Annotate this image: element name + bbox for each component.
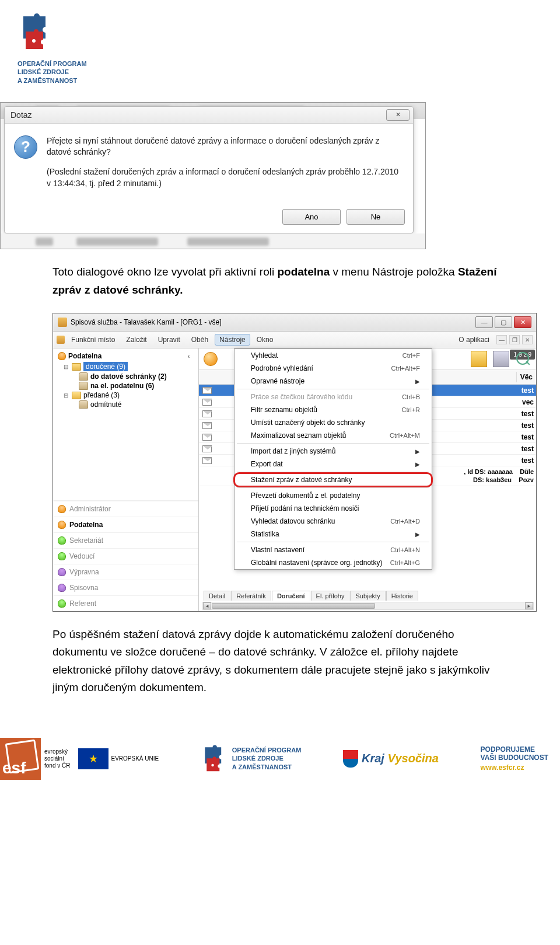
role-administrator[interactable]: Administrátor <box>53 501 198 517</box>
eu-flag-icon: ★ <box>78 748 108 769</box>
podporujeme-block: PODPORUJEME VAŠI BUDOUCNOST www.esfcr.cz <box>481 745 548 772</box>
role-vypravna[interactable]: Výpravna <box>53 564 198 580</box>
tree-root[interactable]: Podatelna ‹ <box>55 351 196 361</box>
kraj-shield-icon <box>343 750 358 768</box>
sidebar: Podatelna ‹ ⊟ doručené (9) do datové sch… <box>53 348 199 611</box>
tree-node-predane[interactable]: ⊟ předané (3) <box>55 390 196 400</box>
menu-obeh[interactable]: Oběh <box>187 334 213 346</box>
envelope-icon <box>202 434 212 441</box>
hand-icon <box>79 372 88 381</box>
scroll-left-button[interactable]: ◄ <box>203 602 211 609</box>
app-icon <box>58 318 67 327</box>
folder-tree: Podatelna ‹ ⊟ doručené (9) do datové sch… <box>53 348 198 500</box>
menu-nastroje[interactable]: Nástroje <box>215 334 250 346</box>
menu-funkcni-misto[interactable]: Funkční místo <box>66 334 120 346</box>
dropdown-item[interactable]: Stažení zpráv z datové schránky <box>235 473 432 486</box>
envelope-icon <box>202 457 212 464</box>
tab-subjekty[interactable]: Subjekty <box>350 591 385 601</box>
role-podatelna[interactable]: Podatelna <box>53 517 198 532</box>
dropdown-item[interactable]: Export dat▶ <box>235 458 432 470</box>
minimize-button[interactable]: — <box>475 316 493 328</box>
svg-point-1 <box>211 763 214 766</box>
svg-point-0 <box>32 39 36 43</box>
dropdown-item[interactable]: VyhledatCtrl+F <box>235 349 432 362</box>
role-referent[interactable]: Referent <box>53 595 198 611</box>
dropdown-item[interactable]: Podrobné vyhledáníCtrl+Alt+F <box>235 362 432 375</box>
mdi-minimize[interactable]: — <box>496 335 507 344</box>
dropdown-item[interactable]: Vyhledat datovou schránkuCtrl+Alt+D <box>235 515 432 528</box>
user-icon <box>58 352 66 360</box>
menu-okno[interactable]: Okno <box>252 334 278 346</box>
envelope-icon <box>202 399 212 406</box>
tab-detail[interactable]: Detail <box>204 591 230 601</box>
dropdown-item[interactable]: Převzetí dokumentů z el. podatelny <box>235 489 432 502</box>
detail-tabs: Detail Referátník Doručení El. přílohy S… <box>204 591 418 601</box>
question-icon: ? <box>14 135 37 159</box>
tree-node-do-ds[interactable]: do datové schránky (2) <box>55 372 196 381</box>
close-icon: ✕ <box>396 111 401 118</box>
app-screenshot: Spisová služba - Talavašek Kamil - [ORG1… <box>52 313 537 612</box>
tab-el-prilohy[interactable]: El. přílohy <box>311 591 350 601</box>
close-button[interactable]: ✕ <box>514 316 531 328</box>
app-title: Spisová služba - Talavašek Kamil - [ORG1… <box>71 318 222 326</box>
dropdown-item[interactable]: Filtr seznamu objektůCtrl+R <box>235 403 432 416</box>
tools-dropdown: VyhledatCtrl+FPodrobné vyhledáníCtrl+Alt… <box>234 348 432 570</box>
print-icon[interactable] <box>493 351 509 367</box>
mdi-restore[interactable]: ❐ <box>509 335 520 344</box>
tree-node-dorucene[interactable]: ⊟ doručené (9) <box>55 361 196 372</box>
esf-logo: esf <box>0 738 41 780</box>
app-titlebar: Spisová služba - Talavašek Kamil - [ORG1… <box>53 313 536 332</box>
dropdown-item: Práce se čtečkou čárového kóduCtrl+B <box>235 390 432 403</box>
header-text: OPERAČNÍ PROGRAM LIDSKÉ ZDROJE A ZAMĚSTN… <box>18 60 542 85</box>
dropdown-item[interactable]: Import dat z jiných systémů▶ <box>235 445 432 458</box>
horizontal-scrollbar[interactable]: ◄ ► <box>202 602 534 610</box>
scroll-thumb[interactable] <box>212 603 375 609</box>
dialog-window: Dotaz ✕ ? Přejete si nyní stáhnout doruč… <box>4 106 414 233</box>
maximize-button[interactable]: ▢ <box>495 316 512 328</box>
hand-icon <box>79 400 88 409</box>
tab-historie[interactable]: Historie <box>386 591 418 601</box>
esf-logo-block: esf evropský sociální fond v ČR <box>0 738 70 780</box>
footer-logos: esf evropský sociální fond v ČR ★ EVROPS… <box>0 732 560 791</box>
dialog-screenshot: Dotaz ✕ ? Přejete si nyní stáhnout doruč… <box>0 102 426 249</box>
paragraph-1: Toto dialogové okno lze vyvolat při akti… <box>52 263 508 299</box>
role-vedouci[interactable]: Vedoucí <box>53 548 198 564</box>
dialog-close-button[interactable]: ✕ <box>386 109 410 121</box>
envelope-icon <box>202 410 212 417</box>
yes-button[interactable]: Ano <box>282 209 341 225</box>
folder-icon <box>72 392 81 399</box>
main-area: 1-9 z 9 Věc test vec test test test test… <box>199 348 536 611</box>
tree-node-na-el[interactable]: na el. podatelnu (6) <box>55 381 196 390</box>
op-logo-block: OPERAČNÍ PROGRAM LIDSKÉ ZDROJE A ZAMĚSTN… <box>201 742 302 775</box>
scroll-right-button[interactable]: ► <box>525 602 533 609</box>
no-button[interactable]: Ne <box>346 209 405 225</box>
user-avatar-icon[interactable] <box>204 352 218 366</box>
mdi-close[interactable]: ✕ <box>522 335 533 344</box>
dropdown-item[interactable]: Maximalizovat seznam objektůCtrl+Alt+M <box>235 429 432 442</box>
dialog-titlebar: Dotaz ✕ <box>5 107 413 124</box>
dropdown-item[interactable]: Globální nastavení (správce org. jednotk… <box>235 556 432 569</box>
dialog-title: Dotaz <box>10 110 32 120</box>
menu-upravit[interactable]: Upravit <box>153 334 185 346</box>
dropdown-item[interactable]: Vlastní nastaveníCtrl+Alt+N <box>235 543 432 556</box>
dialog-message: Přejete si nyní stáhnout doručené datové… <box>47 135 404 197</box>
mail-icon[interactable] <box>471 351 487 367</box>
role-sekretariat[interactable]: Sekretariát <box>53 532 198 548</box>
envelope-icon <box>202 445 212 452</box>
tab-doruceni[interactable]: Doručení <box>272 591 310 601</box>
menu-app-icon <box>57 336 65 344</box>
column-vec[interactable]: Věc <box>516 372 536 382</box>
role-spisovna[interactable]: Spisovna <box>53 580 198 595</box>
kraj-logo-block: Kraj Vysočina <box>343 750 439 768</box>
dropdown-item[interactable]: Opravné nástroje▶ <box>235 375 432 388</box>
menu-zalozit[interactable]: Založit <box>121 334 151 346</box>
search-icon[interactable] <box>515 351 531 367</box>
menu-o-aplikaci[interactable]: O aplikaci <box>454 334 494 346</box>
dropdown-item[interactable]: Umístit označený objekt do schránky <box>235 416 432 429</box>
tree-node-odmitnute[interactable]: odmítnuté <box>55 400 196 409</box>
dropdown-item[interactable]: Přijetí podání na technickém nosiči <box>235 502 432 515</box>
envelope-icon <box>202 422 212 429</box>
header-logo: OPERAČNÍ PROGRAM LIDSKÉ ZDROJE A ZAMĚSTN… <box>0 0 560 90</box>
dropdown-item[interactable]: Statistika▶ <box>235 528 432 541</box>
tab-referatnik[interactable]: Referátník <box>231 591 271 601</box>
